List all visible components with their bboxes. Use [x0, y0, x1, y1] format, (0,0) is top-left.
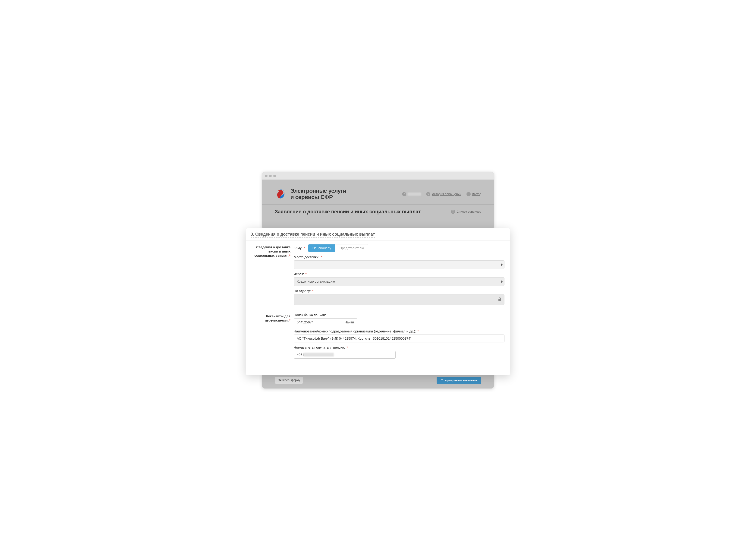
requisites-group-label: Реквизиты для перечисления:* — [252, 313, 294, 362]
logout-icon: → — [466, 192, 471, 196]
account-redacted — [304, 353, 334, 356]
logout-link[interactable]: → Выход — [466, 192, 481, 196]
account-label: Номер счета получателя пенсии: * — [294, 346, 504, 349]
via-label: Через: * — [294, 272, 504, 276]
history-link[interactable]: ↻ История обращений — [426, 192, 461, 196]
history-link-label: История обращений — [432, 192, 461, 196]
window-dot — [265, 175, 267, 177]
brand-title-line2: и сервисы СФР — [290, 194, 333, 200]
org-label: Наименование/номер подразделения организ… — [294, 329, 504, 333]
via-select[interactable]: Кредитную организацию ▴▾ — [294, 277, 504, 286]
window-dot — [273, 175, 276, 177]
whom-option-pensioner[interactable]: Пенсионеру — [308, 244, 335, 252]
place-select[interactable]: — ▴▾ — [294, 260, 504, 269]
history-icon: ↻ — [426, 192, 430, 196]
logout-link-label: Выход — [472, 192, 481, 196]
services-list-label: Список сервисов — [457, 210, 481, 213]
svg-point-0 — [404, 193, 405, 194]
bik-label: Поиск банка по БИК: — [294, 313, 504, 317]
bik-input[interactable] — [294, 318, 341, 326]
chevron-updown-icon: ▴▾ — [501, 280, 503, 283]
submit-button[interactable]: Сформировать заявление — [437, 377, 481, 384]
delivery-group-label: Сведения о доставке пенсии и иных социал… — [252, 244, 294, 308]
address-label: По адресу: * — [294, 289, 504, 293]
org-name-input[interactable] — [294, 335, 504, 342]
user-name-redacted — [408, 193, 421, 196]
services-list-link[interactable]: ☰ Список сервисов — [451, 210, 481, 214]
brand: Электронные услуги и сервисы СФР — [275, 188, 346, 200]
clear-form-button[interactable]: Очистить форму — [275, 377, 303, 384]
window-dot — [269, 175, 272, 177]
place-label: Место доставки: * — [294, 255, 504, 259]
chevron-updown-icon: ▴▾ — [501, 263, 503, 266]
form-card: 3. Сведения о доставке пенсии и иных соц… — [246, 228, 510, 375]
sfr-logo-icon — [275, 188, 286, 200]
list-icon: ☰ — [451, 210, 455, 214]
user-link[interactable] — [402, 192, 421, 196]
user-icon — [402, 192, 406, 196]
section-title: 3. Сведения о доставке пенсии и иных соц… — [251, 232, 375, 238]
app-window: Электронные услуги и сервисы СФР ↻ Истор… — [262, 172, 494, 229]
whom-toggle: Пенсионеру Представителю — [308, 244, 368, 252]
address-field-locked — [294, 294, 504, 305]
whom-label: Кому: * — [294, 246, 306, 250]
brand-title-line1: Электронные услуги — [290, 188, 346, 194]
account-input[interactable]: 4081 — [294, 351, 396, 359]
page-title: Заявление о доставке пенсии и иных социа… — [275, 209, 421, 215]
whom-option-representative[interactable]: Представителю — [335, 244, 368, 252]
window-titlebar — [262, 172, 494, 179]
lock-icon — [498, 297, 501, 302]
find-bank-button[interactable]: Найти — [341, 318, 357, 326]
